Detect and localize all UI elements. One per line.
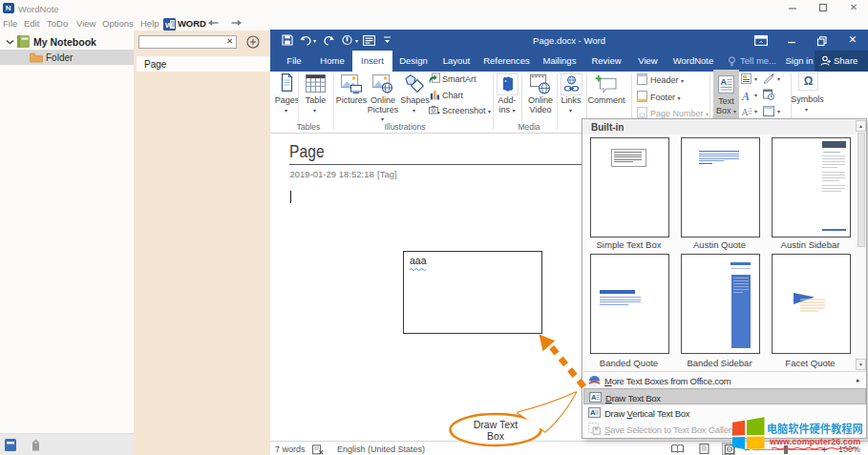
pages-panel: ✕ Page xyxy=(134,31,270,455)
word-restore-button[interactable] xyxy=(815,34,830,48)
menu-item-more-text-boxes[interactable]: More Text Boxes from Office.com ▸ xyxy=(583,373,866,389)
comment-button[interactable]: Comment xyxy=(585,95,627,105)
share-button[interactable]: Share xyxy=(815,51,868,72)
chevron-down-icon[interactable] xyxy=(6,39,14,45)
scroll-up-icon[interactable]: ▲ xyxy=(856,120,866,132)
table-icon[interactable] xyxy=(306,74,326,93)
drop-cap-icon[interactable]: A xyxy=(741,106,752,117)
shapes-icon[interactable] xyxy=(403,74,427,93)
page-number-icon[interactable] xyxy=(637,107,647,118)
notebook-sidebar: My Notebook Folder xyxy=(0,31,134,433)
ribbon-display-options-icon[interactable] xyxy=(754,35,768,46)
tab-mailings[interactable]: Mailings xyxy=(540,51,580,72)
sidebar-item-folder[interactable]: Folder xyxy=(0,50,134,65)
tab-wordnote[interactable]: WordNote xyxy=(669,51,717,72)
print-layout-icon[interactable] xyxy=(699,444,709,454)
online-video-icon[interactable] xyxy=(530,74,551,94)
symbols-button[interactable]: Symbols xyxy=(788,94,827,104)
gallery-item-banded-quote[interactable] xyxy=(590,254,669,354)
menu-edit[interactable]: Edit xyxy=(24,18,39,29)
menu-file[interactable]: File xyxy=(3,18,17,29)
footer-button[interactable]: Footer ▾ xyxy=(650,93,681,102)
notebook-small-icon[interactable] xyxy=(5,439,16,451)
tab-review[interactable]: Review xyxy=(588,51,625,72)
date-time-icon[interactable] xyxy=(763,89,774,100)
menu-options[interactable]: Options xyxy=(102,18,134,29)
search-clear-icon[interactable]: ✕ xyxy=(226,36,233,46)
nav-back-icon[interactable] xyxy=(208,19,219,27)
menu-view[interactable]: View xyxy=(76,18,95,29)
links-button[interactable]: Links xyxy=(557,95,585,105)
text-box-button[interactable]: A Text Box ▾ xyxy=(713,70,739,121)
comment-icon[interactable] xyxy=(595,74,618,94)
shapes-button[interactable]: Shapes xyxy=(398,95,432,105)
app-maximize-button[interactable] xyxy=(815,1,831,14)
tell-me-box[interactable]: Tell me... xyxy=(738,51,778,72)
pages-icon[interactable] xyxy=(279,73,295,92)
smartart-button[interactable]: SmartArt xyxy=(442,74,476,84)
screenshot-button[interactable]: Screenshot ▾ xyxy=(442,106,491,115)
scroll-down-icon[interactable]: ▼ xyxy=(856,359,866,370)
menu-item-draw-text-box[interactable]: A Draw Text Box xyxy=(583,388,866,404)
table-button[interactable]: Table xyxy=(299,95,332,105)
quick-parts-icon[interactable] xyxy=(741,73,752,84)
smartart-icon[interactable] xyxy=(429,72,440,83)
tab-design[interactable]: Design xyxy=(396,51,431,72)
tab-layout[interactable]: Layout xyxy=(439,51,474,72)
footer-icon[interactable] xyxy=(637,91,647,102)
page-list-item[interactable]: Page xyxy=(137,56,270,72)
quick-parts-caret-icon: ▾ xyxy=(754,77,757,81)
gallery-label-simple-text-box: Simple Text Box xyxy=(583,239,674,250)
addins-icon[interactable] xyxy=(497,73,519,95)
search-input[interactable]: ✕ xyxy=(138,35,237,49)
tab-file[interactable]: File xyxy=(278,51,310,72)
online-video-button[interactable]: Online Video xyxy=(523,95,558,114)
menu-todo[interactable]: ToDo xyxy=(47,18,68,29)
proofing-icon[interactable] xyxy=(312,445,324,455)
object-icon[interactable] xyxy=(763,106,774,117)
word-count[interactable]: 7 words xyxy=(275,445,306,454)
tab-view[interactable]: View xyxy=(631,51,665,72)
word-close-button[interactable]: ✕ xyxy=(845,33,860,47)
gallery-item-banded-sidebar[interactable] xyxy=(681,254,760,354)
tab-references[interactable]: References xyxy=(480,51,533,72)
word-minimize-button[interactable] xyxy=(784,34,799,48)
header-icon[interactable] xyxy=(637,73,647,85)
wordart-icon[interactable]: A xyxy=(741,90,752,101)
app-close-button[interactable]: ✕ xyxy=(846,2,861,15)
app-minimize-button[interactable] xyxy=(785,1,800,14)
tag-icon[interactable] xyxy=(32,439,40,451)
links-icon[interactable] xyxy=(561,73,582,95)
chart-button[interactable]: Chart xyxy=(442,91,463,100)
language-indicator[interactable]: English (United States) xyxy=(337,445,425,454)
menu-help[interactable]: Help xyxy=(140,18,159,29)
online-pictures-icon[interactable] xyxy=(372,74,393,93)
chart-icon[interactable] xyxy=(430,90,440,100)
sidebar-item-notebook[interactable]: My Notebook xyxy=(33,36,96,48)
sign-in-link[interactable]: Sign in xyxy=(782,51,816,72)
banded-sidebar-top-bar-art xyxy=(730,262,751,265)
page-number-button[interactable]: Page Number ▾ xyxy=(650,109,709,118)
tab-insert[interactable]: Insert xyxy=(352,51,392,72)
gallery-item-facet-quote[interactable] xyxy=(772,254,851,354)
header-button[interactable]: Header ▾ xyxy=(650,75,684,85)
gallery-item-simple-text-box[interactable] xyxy=(590,137,669,238)
read-mode-icon[interactable] xyxy=(671,445,684,453)
austin-quote-thumbnail-art xyxy=(699,151,739,164)
pictures-icon[interactable] xyxy=(341,74,362,93)
scrollbar-thumb[interactable] xyxy=(857,133,865,247)
nav-forward-icon[interactable] xyxy=(231,19,242,27)
add-page-button[interactable] xyxy=(246,35,260,49)
gallery-item-austin-quote[interactable] xyxy=(681,137,760,238)
addins-button[interactable]: Add-ins ▾ xyxy=(494,95,520,114)
symbols-omega-icon[interactable]: Ω xyxy=(798,72,818,91)
online-pictures-caret-icon: ▾ xyxy=(381,117,384,121)
signature-line-icon[interactable] xyxy=(763,72,774,84)
watermark-url: www.computer26.com xyxy=(770,437,857,446)
gallery-item-austin-sidebar[interactable] xyxy=(772,137,851,238)
menu-word[interactable]: WORD xyxy=(178,18,206,29)
tab-home[interactable]: Home xyxy=(316,51,349,72)
screenshot-icon[interactable] xyxy=(429,105,440,115)
text-box-label-text: Text Box xyxy=(716,96,734,115)
drawn-text-box[interactable]: aaa xyxy=(403,251,542,334)
